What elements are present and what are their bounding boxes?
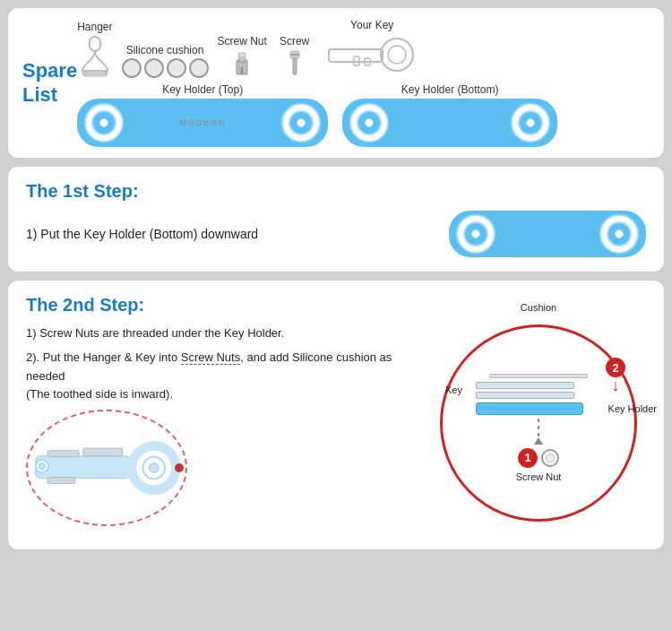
svg-rect-17 — [83, 448, 123, 456]
screw-nut-center — [546, 454, 555, 462]
screw-nut-icon — [234, 49, 250, 78]
screw-nut-area: 1 Screw Nut — [516, 419, 562, 482]
step1-content: 1) Put the Key Holder (Bottom) downward — [26, 211, 646, 257]
holder-circle-inner-right — [289, 110, 314, 135]
spare-list-panel: SpareList Hanger Silicone cushion — [7, 7, 665, 159]
spare-item-your-key: Your Key — [327, 19, 417, 78]
step2-num1: 1) — [26, 326, 39, 340]
svg-rect-15 — [47, 451, 79, 457]
key-illustration-circle — [26, 410, 187, 526]
svg-rect-8 — [293, 58, 297, 74]
svg-point-12 — [381, 39, 413, 71]
step1-instruction: 1) Put the Key Holder (Bottom) downward — [26, 226, 258, 242]
step2-text1: Screw Nuts are threaded under the Key Ho… — [39, 326, 284, 340]
spare-item-hanger: Hanger — [77, 21, 112, 78]
bottom-holder-circle-inner-left — [357, 110, 382, 135]
arrow-up-head — [534, 437, 543, 445]
key-bar-1 — [476, 382, 574, 389]
spare-item-screw: Screw — [280, 35, 309, 78]
hanger-label: Hanger — [77, 21, 112, 33]
diagram-container: Cushion 2 ↓ — [440, 324, 637, 522]
holder-circle-center-right — [297, 118, 306, 127]
step1-circle-left — [456, 214, 495, 254]
svg-rect-16 — [47, 478, 75, 484]
svg-rect-14 — [36, 456, 131, 479]
badge-1: 1 — [518, 448, 538, 468]
screw-label: Screw — [280, 35, 309, 48]
key-bar-2 — [476, 392, 574, 399]
step1-text: Put the Key Holder (Bottom) downward — [40, 227, 258, 241]
hanger-icon — [79, 35, 111, 78]
key-holder-blue-bar — [476, 402, 583, 415]
bottom-holder-circle-center-right — [526, 118, 535, 127]
svg-rect-4 — [238, 53, 246, 57]
your-key-icon — [327, 33, 417, 78]
step2-text2: Put the Hanger & Key into Screw Nuts, an… — [26, 350, 392, 402]
cushion-label-diag: Cushion — [521, 302, 556, 313]
screw-icon — [287, 49, 303, 78]
cushion-bar — [489, 374, 588, 378]
key-holder-bottom-section: Key Holder (Bottom) — [342, 83, 557, 147]
spare-list-label: SpareList — [22, 59, 77, 107]
bottom-holder-circle-right — [511, 103, 550, 143]
step2-num2: 2). — [26, 350, 43, 364]
badge2-area: 2 ↓ — [606, 358, 625, 393]
key-with-hanger-icon — [28, 428, 185, 508]
spare-items-row: Hanger Silicone cushion Screw — [77, 19, 650, 80]
step2-left: 1) Screw Nuts are threaded under the Key… — [26, 324, 429, 535]
step1-title: The 1st Step: — [26, 181, 646, 202]
svg-rect-9 — [329, 49, 383, 62]
step1-circle-inner-left — [463, 221, 488, 246]
cushion-icon — [122, 58, 209, 78]
step2-diagram: Cushion 2 ↓ — [440, 324, 646, 522]
key-holder-bottom-label: Key Holder (Bottom) — [401, 83, 499, 96]
step1-panel: The 1st Step: 1) Put the Key Holder (Bot… — [7, 166, 665, 272]
step1-key-holder-illustration — [449, 211, 646, 257]
step1-circle-right — [599, 214, 639, 254]
key-holder-bottom-bar — [342, 99, 557, 147]
step2-instruction2: 2). Put the Hanger & Key into Screw Nuts… — [26, 349, 429, 404]
svg-rect-0 — [90, 37, 100, 51]
screw-nut-label-diag: Screw Nut — [516, 471, 562, 482]
holder-circle-left — [84, 103, 124, 143]
svg-point-13 — [388, 46, 406, 64]
key-illustration-container — [26, 410, 196, 535]
key-label-diag: Key — [445, 385, 462, 395]
cushion-label: Silicone cushion — [126, 44, 204, 56]
key-holder-top-bar: MODERN — [77, 99, 328, 147]
svg-point-22 — [39, 463, 45, 470]
step2-panel: The 2nd Step: 1) Screw Nuts are threaded… — [7, 280, 665, 550]
bottom-holder-circle-left — [349, 103, 389, 143]
your-key-label: Your Key — [350, 19, 393, 31]
step1-circle-center-left — [471, 229, 480, 238]
arrow-up-area — [534, 419, 543, 446]
holder-bar-brand-text: MODERN — [179, 118, 226, 127]
key-holder-top-label: Key Holder (Top) — [162, 83, 243, 96]
step1-number: 1) — [26, 227, 40, 241]
arrow-down: ↓ — [612, 377, 620, 393]
key-layer-container: Key — [476, 382, 601, 399]
spare-item-screw-nut: Screw Nut — [218, 35, 267, 78]
bottom-holder-circle-inner-right — [518, 110, 543, 135]
holder-circle-inner-left — [91, 110, 116, 135]
spare-content: Hanger Silicone cushion Screw — [77, 19, 650, 147]
badge1-row: 1 — [518, 448, 559, 468]
holder-circle-center-left — [99, 118, 108, 127]
screw-nut-small — [541, 449, 559, 467]
key-bars — [476, 382, 574, 399]
holder-circle-right — [281, 103, 321, 143]
spare-item-cushion: Silicone cushion — [122, 44, 209, 78]
cushion-layer-row: 2 ↓ — [489, 374, 588, 378]
step2-strikethrough: Screw Nuts — [181, 350, 240, 365]
step2-body: 1) Screw Nuts are threaded under the Key… — [26, 324, 646, 535]
step2-instruction1: 1) Screw Nuts are threaded under the Key… — [26, 324, 429, 343]
key-holder-label-diag: Key Holder — [608, 403, 657, 414]
diagram-layers: Cushion 2 ↓ — [476, 365, 601, 482]
connector-dot — [175, 463, 184, 472]
screw-nut-label: Screw Nut — [218, 35, 267, 48]
key-holder-top-section: Key Holder (Top) MODERN — [77, 83, 328, 147]
dashed-line-up — [538, 419, 539, 437]
svg-point-20 — [150, 463, 159, 473]
key-holder-layer-container: Key Holder — [476, 402, 601, 415]
step1-circle-inner-right — [607, 221, 632, 246]
